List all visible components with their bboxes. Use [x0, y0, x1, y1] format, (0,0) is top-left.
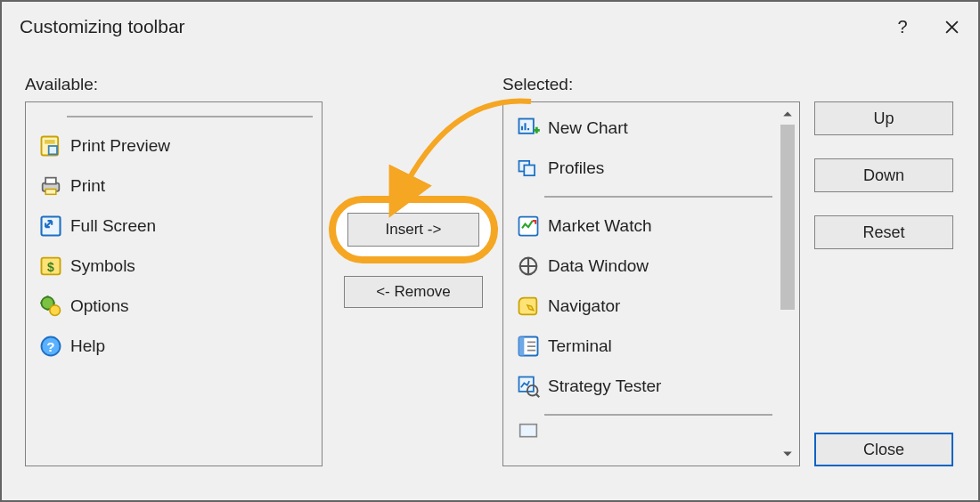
data-window-icon — [510, 252, 546, 280]
print-icon — [33, 172, 69, 200]
list-item[interactable]: Options — [31, 286, 316, 326]
list-item-label: Full Screen — [69, 216, 156, 236]
svg-rect-15 — [524, 165, 535, 175]
scroll-up-button[interactable] — [777, 103, 798, 125]
list-separator[interactable] — [509, 406, 776, 424]
up-button-label: Up — [873, 109, 894, 127]
svg-text:?: ? — [46, 338, 54, 353]
svg-text:$: $ — [47, 259, 54, 273]
symbols-icon: $ — [33, 252, 69, 280]
list-item-label: Market Watch — [546, 216, 652, 236]
list-item-label: Print — [69, 176, 105, 196]
navigator-icon — [510, 292, 546, 320]
svg-rect-22 — [520, 425, 537, 437]
list-item[interactable]: Print — [31, 166, 316, 206]
insert-button-label: Insert -> — [386, 221, 442, 238]
options-icon — [33, 292, 69, 320]
dialog-body: Available: Selected: Print Preview — [25, 75, 955, 482]
list-item[interactable]: Profiles — [509, 148, 776, 188]
up-button[interactable]: Up — [814, 101, 953, 135]
list-item[interactable]: $ Symbols — [31, 246, 316, 286]
help-icon: ? — [897, 17, 907, 37]
svg-rect-13 — [519, 118, 534, 133]
list-item[interactable]: ? Help — [31, 326, 316, 366]
svg-rect-6 — [42, 216, 61, 235]
list-item[interactable]: Strategy Tester — [509, 366, 776, 406]
available-label: Available: — [25, 75, 98, 94]
svg-rect-2 — [49, 146, 57, 154]
list-item[interactable] — [509, 424, 776, 441]
list-item-label: Strategy Tester — [546, 376, 661, 396]
list-item[interactable]: New Chart — [509, 108, 776, 148]
close-window-button[interactable] — [925, 10, 978, 44]
list-item-label: Data Window — [546, 256, 649, 276]
scroll-track[interactable] — [780, 125, 795, 443]
list-separator[interactable] — [31, 108, 316, 126]
customize-toolbar-dialog: Customizing toolbar ? Available: Selecte… — [0, 0, 980, 502]
partial-item-icon — [510, 418, 546, 447]
svg-rect-19 — [519, 336, 525, 355]
close-button[interactable]: Close — [814, 433, 953, 466]
terminal-icon — [510, 332, 546, 360]
list-item[interactable]: Full Screen — [31, 206, 316, 246]
svg-rect-4 — [45, 177, 56, 183]
close-icon — [944, 20, 960, 35]
list-item[interactable]: Terminal — [509, 326, 776, 366]
scroll-down-button[interactable] — [777, 443, 798, 465]
list-separator[interactable] — [509, 188, 776, 206]
annotation-highlight: Insert -> — [329, 196, 498, 263]
list-item-label: Print Preview — [69, 136, 170, 156]
insert-button[interactable]: Insert -> — [347, 213, 479, 247]
list-item[interactable]: Print Preview — [31, 126, 316, 166]
svg-rect-5 — [45, 189, 56, 194]
svg-point-10 — [50, 304, 61, 315]
reset-button[interactable]: Reset — [814, 215, 953, 249]
remove-button-label: <- Remove — [376, 283, 451, 300]
selected-label: Selected: — [502, 75, 573, 94]
help-button[interactable]: ? — [880, 10, 925, 44]
selected-listbox[interactable]: New Chart Profiles Market Watch — [502, 101, 800, 466]
available-listbox[interactable]: Print Preview Print Full Screen $ — [25, 101, 323, 466]
list-item-label: Profiles — [546, 158, 604, 178]
help-item-icon: ? — [33, 332, 69, 360]
svg-rect-1 — [45, 140, 55, 144]
list-item-label: Navigator — [546, 296, 620, 316]
remove-button[interactable]: <- Remove — [344, 276, 483, 308]
list-item[interactable]: Navigator — [509, 286, 776, 326]
titlebar: Customizing toolbar ? — [2, 2, 978, 52]
strategy-tester-icon — [510, 372, 546, 401]
new-chart-icon — [510, 114, 546, 142]
market-watch-icon — [510, 212, 546, 240]
available-list: Print Preview Print Full Screen $ — [31, 108, 316, 460]
selected-scrollbar[interactable] — [777, 103, 798, 465]
full-screen-icon — [33, 212, 69, 240]
scroll-thumb[interactable] — [780, 125, 795, 310]
list-item-label: Help — [69, 336, 105, 356]
dialog-title: Customizing toolbar — [20, 16, 185, 37]
profiles-icon — [510, 154, 546, 182]
down-button-label: Down — [863, 166, 904, 184]
selected-list: New Chart Profiles Market Watch — [509, 108, 776, 460]
list-item-label: Terminal — [546, 336, 612, 356]
list-item[interactable]: Market Watch — [509, 206, 776, 246]
print-preview-icon — [33, 132, 69, 160]
list-item-label: Symbols — [69, 256, 135, 276]
list-item-label: Options — [69, 296, 128, 316]
reset-button-label: Reset — [862, 223, 904, 241]
down-button[interactable]: Down — [814, 158, 953, 192]
list-item-label: New Chart — [546, 118, 628, 138]
list-item[interactable]: Data Window — [509, 246, 776, 286]
close-button-label: Close — [863, 441, 904, 458]
